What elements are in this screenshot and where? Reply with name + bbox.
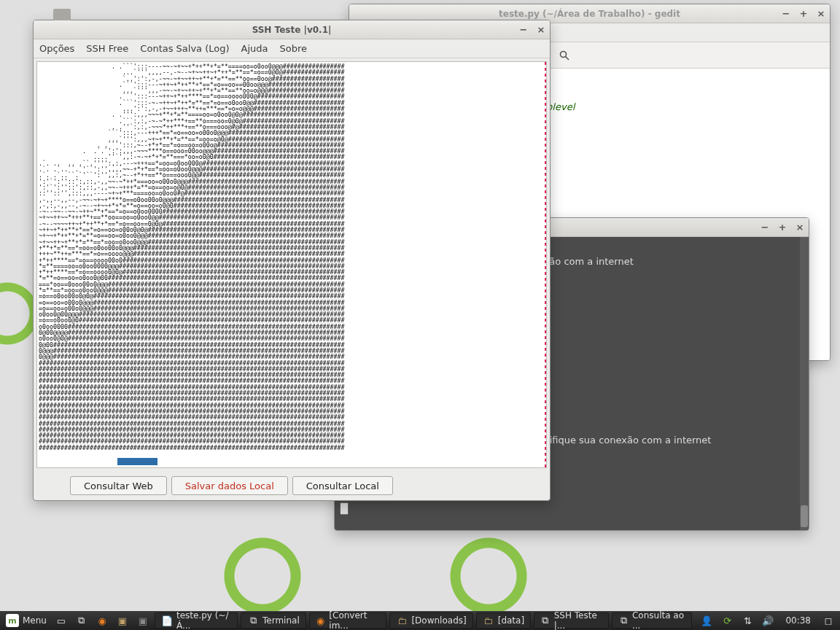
tray-volume-icon[interactable]: 🔊 xyxy=(759,612,777,629)
scroll-thumb[interactable] xyxy=(801,505,808,527)
close-icon[interactable]: × xyxy=(535,23,547,35)
taskbar-item-downloads[interactable]: 🗀[Downloads] xyxy=(389,612,472,629)
tray-updates-icon[interactable]: ⟳ xyxy=(718,612,736,629)
files-launcher-icon[interactable]: ▣ xyxy=(134,612,152,629)
taskbar-item-teste[interactable]: 📄teste.py (~/Á... xyxy=(155,612,238,629)
taskbar-item-terminal[interactable]: ⧉Terminal xyxy=(241,612,306,629)
svg-line-5 xyxy=(565,56,569,60)
ssh-menu-opcoes[interactable]: Opções xyxy=(39,43,74,54)
ssh-menubar: Opções SSH Free Contas Salva (Log) Ajuda… xyxy=(34,39,550,58)
consultar-local-button[interactable]: Consultar Local xyxy=(292,476,393,495)
consultar-web-button[interactable]: Consultar Web xyxy=(70,476,167,495)
tray-user-icon[interactable]: 👤 xyxy=(698,612,715,629)
minimize-icon[interactable]: − xyxy=(780,7,792,19)
salvar-dados-local-button[interactable]: Salvar dados Local xyxy=(171,476,288,495)
tray-network-icon[interactable]: ⇅ xyxy=(739,612,756,629)
terminal-launcher-icon[interactable]: ⧉ xyxy=(73,612,90,629)
firefox-launcher-icon[interactable]: ◉ xyxy=(93,612,111,629)
ssh-title: SSH Teste |v0.1| xyxy=(252,25,332,35)
ssh-menu-sobre[interactable]: Sobre xyxy=(280,43,308,54)
maximize-icon[interactable]: + xyxy=(777,221,788,233)
show-desktop-icon[interactable]: ▭ xyxy=(52,612,70,629)
background-folder-tab xyxy=(53,9,71,20)
svg-point-4 xyxy=(560,51,566,57)
ssh-menu-sshfree[interactable]: SSH Free xyxy=(86,43,128,54)
mint-logo-icon: m xyxy=(6,614,19,627)
close-icon[interactable]: × xyxy=(794,221,806,233)
tray-session-icon[interactable]: ◻ xyxy=(820,612,837,629)
ssh-menu-contas[interactable]: Contas Salva (Log) xyxy=(140,43,229,54)
search-replace-icon[interactable] xyxy=(555,46,574,65)
files-launcher-icon[interactable]: ▣ xyxy=(114,612,131,629)
taskbar-item-data[interactable]: 🗀[data] xyxy=(476,612,531,629)
close-icon[interactable]: × xyxy=(815,7,827,19)
maximize-icon[interactable]: + xyxy=(798,7,809,19)
ascii-art-frame: . .```':::----~~-~+~~+*++**+*=**====oo=o… xyxy=(36,61,547,468)
ssh-titlebar[interactable]: SSH Teste |v0.1| − × xyxy=(34,20,550,39)
gedit-title: teste.py (~/Área de Trabalho) - gedit xyxy=(499,9,680,19)
taskbar-item-convert[interactable]: ◉[Convert im... xyxy=(309,612,387,629)
taskbar: m Menu ▭ ⧉ ◉ ▣ ▣ 📄teste.py (~/Á... ⧉Term… xyxy=(0,611,840,630)
taskbar-item-consulta[interactable]: ⧉Consulta ao ... xyxy=(612,612,692,629)
ssh-button-row: Consultar Web Salvar dados Local Consult… xyxy=(34,471,550,500)
menu-label: Menu xyxy=(23,615,47,626)
clock[interactable]: 00:38 xyxy=(779,615,817,626)
taskbar-item-sshteste[interactable]: ⧉SSH Teste |... xyxy=(534,612,609,629)
decorative-blue-bar xyxy=(117,458,158,465)
ssh-teste-window: SSH Teste |v0.1| − × Opções SSH Free Con… xyxy=(33,20,551,501)
minimize-icon[interactable]: − xyxy=(759,221,771,233)
mint-menu-button[interactable]: m Menu xyxy=(3,612,50,629)
ssh-menu-ajuda[interactable]: Ajuda xyxy=(241,43,268,54)
minimize-icon[interactable]: − xyxy=(518,23,529,35)
terminal-scrollbar[interactable] xyxy=(800,237,809,530)
